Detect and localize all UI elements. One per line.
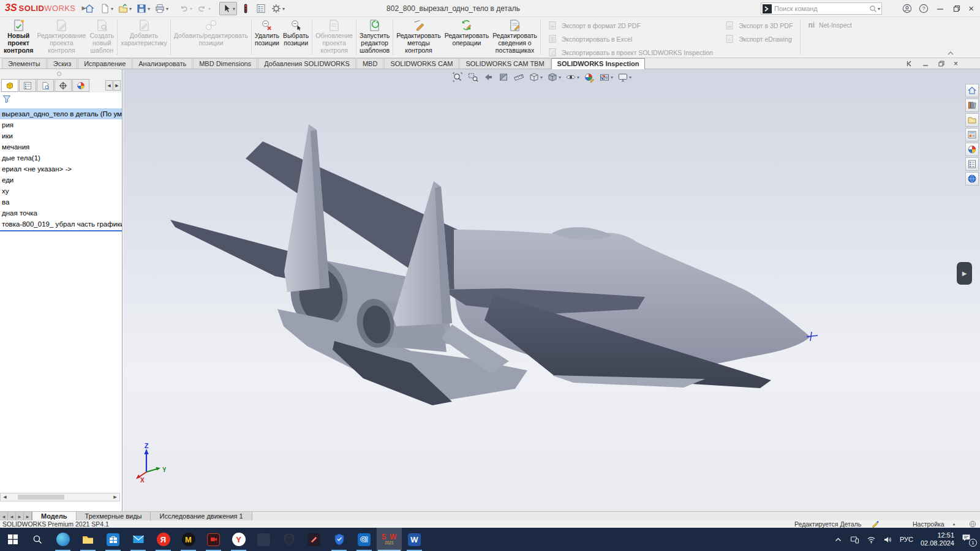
minimize-icon[interactable]: [935, 4, 945, 13]
edit-operations-button[interactable]: Редактировать операции: [443, 17, 491, 58]
action-center-button[interactable]: 1: [962, 533, 975, 545]
section-view-button[interactable]: [497, 71, 510, 83]
tab-mbd[interactable]: MBD: [356, 58, 383, 69]
apply-scene-button[interactable]: ▾: [598, 71, 614, 83]
taskbar-red-utility[interactable]: [301, 528, 326, 551]
hide-show-items-button[interactable]: ▾: [565, 71, 580, 83]
tab-mbd-dimensions[interactable]: MBD Dimensions: [193, 58, 257, 69]
wifi-icon[interactable]: [867, 535, 876, 544]
search-options-caret-icon[interactable]: ▾: [878, 6, 880, 12]
tab-solidworks-inspection[interactable]: SOLIDWORKS Inspection: [551, 58, 646, 69]
measure-button[interactable]: [513, 71, 525, 83]
taskbar-yandex-browser[interactable]: Y: [226, 528, 251, 551]
taskbar-screen-recorder[interactable]: [201, 528, 226, 551]
new-inspection-project-button[interactable]: Новый проект контроля: [2, 17, 35, 58]
clock[interactable]: 12:51 02.08.2024: [921, 531, 954, 547]
previous-view-button[interactable]: [482, 71, 494, 83]
start-button[interactable]: [0, 528, 25, 551]
tree-item-history[interactable]: рия: [0, 119, 122, 130]
tree-item-origin[interactable]: дная точка: [0, 208, 122, 219]
device-icon[interactable]: [850, 535, 859, 544]
tab-3d-views[interactable]: Трехмерные виды: [77, 512, 151, 520]
search-input[interactable]: [774, 5, 869, 12]
featuremanager-tab[interactable]: [1, 79, 18, 92]
configurationmanager-tab[interactable]: [19, 79, 36, 92]
restore-icon[interactable]: [952, 4, 962, 13]
taskbar-word[interactable]: W: [402, 528, 427, 551]
forum-button[interactable]: [965, 172, 979, 186]
appearances-scenes-button[interactable]: [965, 143, 979, 156]
file-explorer-button[interactable]: [965, 113, 979, 127]
tab-evaluate[interactable]: Анализировать: [132, 58, 192, 69]
design-library-button[interactable]: [965, 99, 979, 112]
search-icon[interactable]: [869, 5, 877, 13]
tree-item-sensors[interactable]: ики: [0, 130, 122, 141]
tree-item-material[interactable]: ериал <не указан> ->: [0, 163, 122, 174]
model-canvas[interactable]: [123, 69, 965, 511]
tree-horizontal-scrollbar[interactable]: ◀ ▶: [0, 493, 120, 501]
tab-scroll-left-button[interactable]: ◀: [105, 80, 113, 91]
scroll-right-icon[interactable]: ▶: [111, 495, 119, 500]
close-icon[interactable]: ×: [968, 4, 974, 13]
last-tab-button[interactable]: ▶: [24, 512, 32, 520]
view-palette-button[interactable]: [965, 128, 979, 141]
edit-inspection-methods-button[interactable]: Редактировать методы контроля: [394, 17, 443, 58]
tab-model[interactable]: Модель: [32, 512, 77, 520]
document-close-icon[interactable]: ×: [954, 60, 958, 67]
next-tab-button[interactable]: ▶: [16, 512, 24, 520]
tab-sketch[interactable]: Эскиз: [47, 58, 77, 69]
print-button[interactable]: ▾: [153, 2, 170, 15]
zoom-fit-button[interactable]: [451, 71, 464, 83]
language-indicator[interactable]: РУС: [900, 536, 913, 543]
view-orientation-button[interactable]: ▾: [528, 71, 543, 83]
tab-motion-study[interactable]: Исследование движения 1: [151, 512, 252, 520]
taskbar-m-app[interactable]: M: [176, 528, 201, 551]
ribbon-collapse-button[interactable]: [947, 51, 954, 56]
display-style-button[interactable]: ▾: [546, 71, 562, 83]
displaymanager-tab[interactable]: [72, 79, 89, 92]
tab-scroll-right-button[interactable]: ▶: [113, 80, 121, 91]
customization-control[interactable]: Настройка▴: [913, 520, 955, 528]
home-button[interactable]: [83, 2, 96, 15]
task-pane-home-button[interactable]: [965, 84, 979, 97]
tab-solidworks-addins[interactable]: Добавления SOLIDWORKS: [258, 58, 356, 69]
aircraft-model[interactable]: [170, 124, 810, 405]
panel-splitter-knob-icon[interactable]: [57, 72, 61, 76]
tab-solidworks-cam-tbm[interactable]: SOLIDWORKS CAM TBM: [459, 58, 550, 69]
select-balloons-button[interactable]: Выбрать позиции: [281, 17, 311, 58]
tree-item-top-plane[interactable]: ху: [0, 186, 122, 197]
custom-properties-button[interactable]: [965, 157, 979, 171]
tab-solidworks-cam[interactable]: SOLIDWORKS CAM: [384, 58, 459, 69]
hidden-icons-chevron-icon[interactable]: [834, 535, 843, 544]
tab-repair[interactable]: Исправление: [78, 58, 132, 69]
tab-elements[interactable]: Элементы: [2, 58, 47, 69]
dimxpert-tab[interactable]: [55, 79, 72, 92]
edit-appearance-button[interactable]: [583, 71, 595, 83]
volume-icon[interactable]: [883, 535, 892, 544]
open-document-button[interactable]: ▾: [116, 2, 133, 15]
tree-item-part[interactable]: вырезал_одно_тело в деталь (По умолчани: [0, 108, 122, 119]
taskbar-search-button[interactable]: [25, 528, 50, 551]
taskbar-yandex[interactable]: Я: [151, 528, 176, 551]
zoom-area-button[interactable]: [467, 71, 479, 83]
inspection-manager-tab[interactable]: [37, 79, 54, 92]
command-search-box[interactable]: ▾: [761, 2, 882, 15]
window-arrange-icon[interactable]: [906, 60, 913, 67]
help-icon[interactable]: ?: [919, 4, 929, 13]
scrollbar-thumb[interactable]: [18, 495, 64, 500]
task-pane-flyout-button[interactable]: ▶: [957, 262, 972, 285]
taskbar-outlook[interactable]: [352, 528, 377, 551]
graphics-viewport[interactable]: ▾ ▾ ▾ ▾ ▾ ▶ Z Y X: [123, 69, 980, 511]
taskbar-mail[interactable]: [126, 528, 151, 551]
tree-item-annotations[interactable]: мечания: [0, 141, 122, 152]
status-globe-icon[interactable]: [969, 520, 976, 528]
edit-vendor-info-button[interactable]: Редактировать сведения о поставщиках: [491, 17, 539, 58]
save-button[interactable]: ▾: [135, 2, 151, 15]
document-minimize-icon[interactable]: [922, 60, 929, 67]
tree-item-imported-body[interactable]: товка-800_019_ убрал часть графики-1 -> …: [0, 219, 122, 230]
view-settings-button[interactable]: ▾: [617, 71, 632, 83]
taskbar-store[interactable]: [100, 528, 126, 551]
first-tab-button[interactable]: ◀: [0, 512, 8, 520]
taskbar-blue-shield-app[interactable]: [326, 528, 352, 551]
new-document-button[interactable]: ▾: [98, 2, 115, 15]
